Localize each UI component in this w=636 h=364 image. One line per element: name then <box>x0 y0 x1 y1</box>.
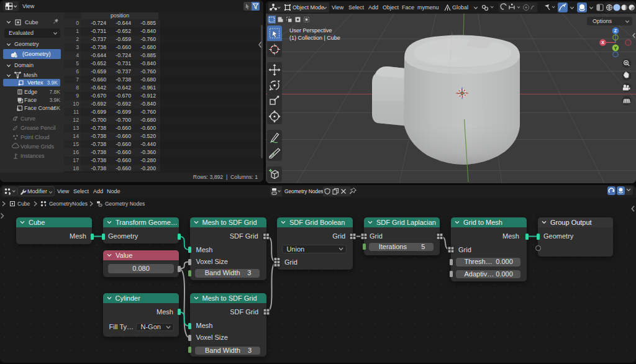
svg-text:X: X <box>601 40 604 45</box>
svg-text:Z: Z <box>614 29 617 33</box>
svg-text:Y: Y <box>614 46 617 50</box>
